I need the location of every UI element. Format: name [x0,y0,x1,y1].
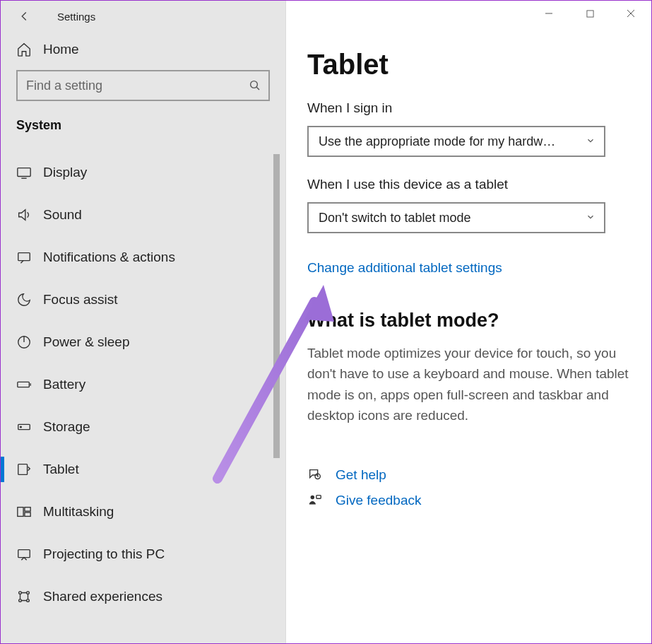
sidebar-item-label: Power & sleep [43,334,130,350]
nav-list: Display Sound Notifications & actions Fo… [1,151,285,643]
svg-point-13 [27,592,30,595]
sound-icon [16,207,32,223]
svg-point-12 [19,592,22,595]
sidebar-item-tablet[interactable]: Tablet [1,448,285,491]
titlebar: Settings [1,1,285,32]
nav-home[interactable]: Home [1,32,285,70]
give-feedback-link: Give feedback [336,493,421,508]
sidebar-item-focus-assist[interactable]: Focus assist [1,279,285,321]
shared-experiences-icon [16,589,32,604]
change-additional-settings-link[interactable]: Change additional tablet settings [307,260,502,276]
projecting-icon [16,546,32,562]
search-box[interactable] [16,70,270,101]
svg-point-18 [311,495,315,499]
search-icon [249,79,261,92]
window-controls [528,1,651,26]
svg-point-14 [19,599,22,602]
back-arrow-icon[interactable] [16,8,32,24]
home-label: Home [43,42,79,57]
category-label: System [1,115,285,151]
close-button[interactable] [610,1,651,26]
sidebar-item-storage[interactable]: Storage [1,406,285,448]
svg-rect-1 [18,168,30,177]
search-wrap [1,70,285,115]
svg-point-0 [251,81,258,88]
svg-point-15 [27,599,30,602]
sidebar-item-label: Notifications & actions [43,250,175,265]
get-help-row[interactable]: Get help [307,467,630,483]
section-heading: What is tablet mode? [307,310,630,332]
tablet-use-dropdown[interactable]: Don't switch to tablet mode [307,202,605,233]
setting-label: When I use this device as a tablet [307,177,630,192]
svg-rect-16 [586,10,593,16]
sign-in-dropdown[interactable]: Use the appropriate mode for my hardw… [307,126,605,157]
dropdown-value: Use the appropriate mode for my hardw… [319,134,555,149]
dropdown-value: Don't switch to tablet mode [319,211,471,226]
setting-label: When I sign in [307,100,630,116]
svg-point-6 [20,426,22,428]
power-icon [16,334,32,350]
sidebar-item-label: Battery [43,377,85,392]
battery-icon [16,377,32,392]
sidebar-item-label: Sound [43,207,82,223]
tablet-icon [16,462,32,477]
notifications-icon [16,250,32,265]
sidebar-item-sound[interactable]: Sound [1,194,285,236]
chevron-down-icon [586,134,595,149]
sidebar-item-label: Focus assist [43,292,118,308]
multitasking-icon [16,504,32,520]
home-icon [16,42,32,57]
svg-rect-10 [25,513,30,517]
sidebar-item-notifications[interactable]: Notifications & actions [1,236,285,279]
sidebar-item-label: Multitasking [43,504,114,520]
setting-tablet-use: When I use this device as a tablet Don't… [307,177,630,233]
focus-assist-icon [16,292,32,308]
sidebar-item-label: Tablet [43,462,79,477]
feedback-icon [307,493,323,508]
sidebar-item-label: Shared experiences [43,589,162,604]
sidebar-item-shared-experiences[interactable]: Shared experiences [1,575,285,618]
maximize-button[interactable] [569,1,610,26]
sidebar-item-display[interactable]: Display [1,151,285,194]
app-title: Settings [57,11,95,23]
display-icon [16,165,32,180]
section-body: Tablet mode optimizes your device for to… [307,343,630,426]
setting-sign-in: When I sign in Use the appropriate mode … [307,100,630,157]
sidebar-item-multitasking[interactable]: Multitasking [1,491,285,533]
sidebar-item-label: Storage [43,419,90,435]
minimize-button[interactable] [528,1,569,26]
sidebar-item-label: Projecting to this PC [43,546,165,562]
chevron-down-icon [586,211,595,226]
svg-rect-11 [18,550,30,558]
sidebar-item-projecting[interactable]: Projecting to this PC [1,533,285,575]
storage-icon [16,419,32,435]
sidebar-item-battery[interactable]: Battery [1,363,285,406]
give-feedback-row[interactable]: Give feedback [307,493,630,508]
sidebar-item-label: Display [43,165,87,180]
sidebar: Settings Home System Display [1,1,286,643]
svg-rect-19 [316,495,321,498]
svg-rect-2 [18,253,30,261]
sidebar-item-power-sleep[interactable]: Power & sleep [1,321,285,363]
svg-rect-9 [25,508,30,512]
svg-rect-8 [18,508,23,517]
svg-rect-4 [18,382,30,387]
get-help-link: Get help [336,467,386,483]
help-icon [307,467,323,483]
search-input[interactable] [26,78,249,93]
main-pane: Tablet When I sign in Use the appropriat… [286,1,651,643]
svg-rect-7 [18,464,28,475]
